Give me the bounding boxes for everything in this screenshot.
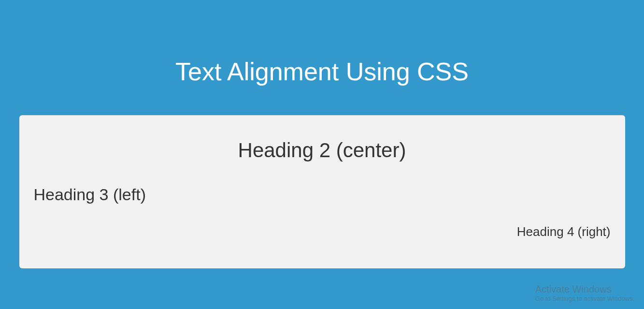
- page-title: Text Alignment Using CSS: [0, 57, 644, 86]
- watermark-subtitle: Go to Settings to activate Windows.: [535, 295, 634, 302]
- windows-activation-watermark: Activate Windows Go to Settings to activ…: [535, 284, 634, 302]
- heading-2-center: Heading 2 (center): [34, 139, 611, 162]
- heading-4-right: Heading 4 (right): [34, 224, 611, 239]
- heading-3-left: Heading 3 (left): [34, 185, 611, 204]
- content-box: Heading 2 (center) Heading 3 (left) Head…: [19, 115, 625, 268]
- watermark-title: Activate Windows: [535, 284, 634, 295]
